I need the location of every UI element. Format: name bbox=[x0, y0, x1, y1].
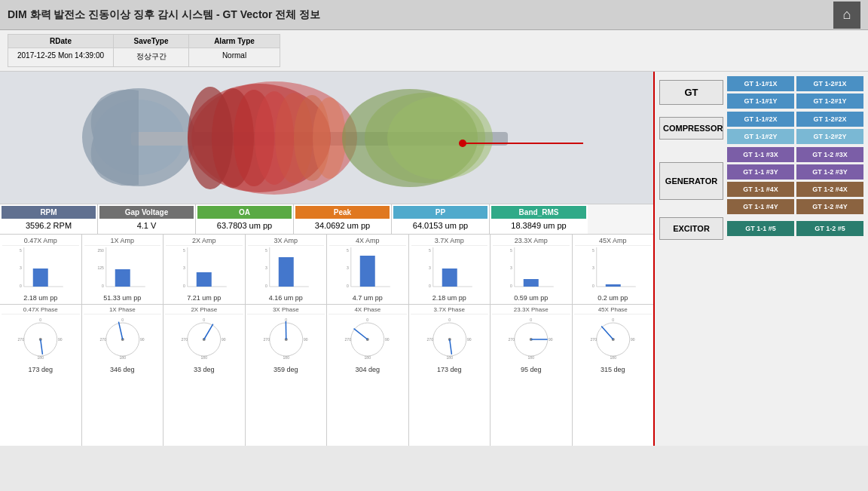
chart-svg-0: 5 3 0 bbox=[2, 247, 79, 293]
svg-text:250: 250 bbox=[97, 248, 104, 253]
svg-text:0: 0 bbox=[366, 318, 368, 322]
svg-rect-34 bbox=[197, 272, 212, 287]
svg-text:90: 90 bbox=[303, 337, 307, 342]
svg-rect-64 bbox=[605, 284, 620, 287]
gt-btn-2[interactable]: GT 1-1#1Y bbox=[727, 94, 794, 109]
svg-text:5: 5 bbox=[510, 248, 512, 253]
phase-card-7: 45X Phase 0 90 180 270 315 deg bbox=[573, 305, 654, 446]
chart-card-7: 45X Amp 5 3 0 0.2 um pp bbox=[573, 235, 654, 304]
chart-value-0: 2.18 um pp bbox=[2, 294, 79, 302]
comp-btn-3[interactable]: GT 1-2#2Y bbox=[796, 129, 863, 144]
gen-btn-6[interactable]: GT 1-1 #4Y bbox=[727, 199, 794, 214]
band-value: 18.3849 um pp bbox=[491, 219, 586, 232]
comp-btn-2[interactable]: GT 1-1#2Y bbox=[727, 129, 794, 144]
savetype-label: SaveType bbox=[114, 35, 188, 48]
metric-oa: OA 63.7803 um pp bbox=[196, 204, 294, 234]
chart-value-5: 2.18 um pp bbox=[411, 294, 488, 302]
phase-title-4: 4X Phase bbox=[329, 306, 407, 315]
home-button[interactable]: ⌂ bbox=[833, 2, 860, 29]
svg-text:5: 5 bbox=[264, 248, 267, 253]
svg-line-85 bbox=[204, 324, 213, 339]
peak-label: Peak bbox=[295, 206, 390, 219]
gen-btn-3[interactable]: GT 1-2 #3Y bbox=[796, 164, 863, 180]
gt-row: GT GT 1-1#1X GT 1-2#1X GT 1-1#1Y GT 1-2#… bbox=[659, 76, 863, 109]
gen-btn-7[interactable]: GT 1-2 #4Y bbox=[796, 199, 863, 214]
chart-title-1: 1X Amp bbox=[84, 237, 161, 246]
svg-text:0: 0 bbox=[101, 284, 103, 288]
exc-btn-0[interactable]: GT 1-1 #5 bbox=[727, 221, 794, 236]
svg-rect-22 bbox=[33, 269, 48, 287]
gt-btn-1[interactable]: GT 1-2#1X bbox=[796, 76, 863, 91]
rdate-value: 2017-12-25 Mon 14:39:00 bbox=[8, 48, 113, 63]
phase-svg-5: 0 90 180 270 bbox=[411, 315, 489, 364]
chart-value-3: 4.16 um pp bbox=[248, 294, 325, 302]
gen-btn-0[interactable]: GT 1-1 #3X bbox=[727, 147, 794, 162]
exc-btn-1[interactable]: GT 1-2 #5 bbox=[796, 221, 863, 236]
svg-line-120 bbox=[601, 326, 613, 339]
svg-text:0: 0 bbox=[448, 318, 451, 322]
chart-svg-1: 250 125 0 bbox=[84, 247, 161, 293]
alarm-label: Alarm Type bbox=[189, 35, 280, 48]
oa-value: 63.7803 um pp bbox=[197, 219, 292, 232]
gt-btn-0[interactable]: GT 1-1#1X bbox=[727, 76, 794, 91]
comp-btn-0[interactable]: GT 1-1#2X bbox=[727, 112, 794, 127]
svg-rect-28 bbox=[115, 269, 130, 287]
gen-btn-4[interactable]: GT 1-1 #4X bbox=[727, 182, 794, 197]
svg-text:90: 90 bbox=[466, 337, 471, 342]
svg-text:270: 270 bbox=[590, 337, 597, 342]
chart-svg-7: 5 3 0 bbox=[575, 247, 652, 293]
band-label: Band_RMS bbox=[491, 206, 586, 219]
gap-value: 4.1 V bbox=[99, 219, 194, 232]
svg-text:0: 0 bbox=[530, 318, 532, 322]
svg-text:180: 180 bbox=[38, 355, 44, 360]
svg-text:0: 0 bbox=[428, 284, 430, 288]
svg-text:0: 0 bbox=[20, 284, 22, 288]
svg-text:3: 3 bbox=[347, 265, 349, 270]
peak-value: 34.0692 um pp bbox=[295, 219, 390, 232]
chart-card-2: 2X Amp 5 3 0 7.21 um pp bbox=[164, 235, 246, 304]
svg-line-78 bbox=[118, 322, 122, 339]
svg-text:90: 90 bbox=[222, 337, 226, 342]
phase-value-3: 359 deg bbox=[247, 366, 326, 373]
chart-card-1: 1X Amp 250 125 0 51.33 um pp bbox=[82, 235, 164, 304]
phase-svg-7: 0 90 180 270 bbox=[574, 315, 653, 364]
phase-card-4: 4X Phase 0 90 180 270 304 deg bbox=[327, 305, 409, 446]
gen-btn-1[interactable]: GT 1-2 #3X bbox=[796, 147, 863, 162]
header: DIM 화력 발전소 진동이상 징후 감시 시스템 - GT Vector 전체… bbox=[0, 0, 868, 30]
svg-text:90: 90 bbox=[630, 337, 634, 342]
chart-svg-4: 5 3 0 bbox=[329, 247, 406, 293]
excitor-buttons: GT 1-1 #5 GT 1-2 #5 bbox=[727, 221, 863, 236]
svg-text:0: 0 bbox=[510, 284, 512, 288]
rpm-value: 3596.2 RPM bbox=[2, 219, 96, 232]
svg-text:0: 0 bbox=[203, 318, 205, 322]
svg-text:3: 3 bbox=[510, 265, 512, 270]
chart-title-5: 3.7X Amp bbox=[411, 237, 488, 246]
metric-peak: Peak 34.0692 um pp bbox=[294, 204, 392, 234]
svg-text:5: 5 bbox=[20, 248, 22, 253]
gt-buttons: GT 1-1#1X GT 1-2#1X GT 1-1#1Y GT 1-2#1Y bbox=[727, 76, 863, 109]
generator-buttons: GT 1-1 #3X GT 1-2 #3X GT 1-1 #3Y GT 1-2 … bbox=[727, 147, 863, 214]
phase-value-7: 315 deg bbox=[574, 366, 653, 373]
svg-text:90: 90 bbox=[549, 337, 553, 342]
chart-title-6: 23.3X Amp bbox=[493, 237, 570, 246]
gen-btn-5[interactable]: GT 1-2 #4X bbox=[796, 182, 863, 197]
comp-btn-1[interactable]: GT 1-2#2X bbox=[796, 112, 863, 127]
svg-text:270: 270 bbox=[426, 337, 433, 342]
svg-text:180: 180 bbox=[446, 355, 453, 360]
phase-title-5: 3.7X Phase bbox=[411, 306, 489, 315]
compressor-buttons: GT 1-1#2X GT 1-2#2X GT 1-1#2Y GT 1-2#2Y bbox=[727, 112, 863, 144]
phase-card-0: 0.47X Phase 0 90 180 270 173 deg bbox=[0, 305, 82, 446]
gen-btn-2[interactable]: GT 1-1 #3Y bbox=[727, 164, 794, 180]
svg-text:180: 180 bbox=[528, 355, 535, 360]
excitor-label: EXCITOR bbox=[659, 217, 723, 240]
turbine-display bbox=[0, 72, 653, 204]
metric-gap: Gap Voltage 4.1 V bbox=[98, 204, 196, 234]
chart-title-7: 45X Amp bbox=[575, 237, 652, 246]
phase-card-6: 23.3X Phase 0 90 180 270 95 deg bbox=[491, 305, 573, 446]
page-title: DIM 화력 발전소 진동이상 징후 감시 시스템 - GT Vector 전체… bbox=[8, 8, 320, 22]
phase-svg-3: 0 90 180 270 bbox=[247, 315, 326, 364]
metrics-row: RPM 3596.2 RPM Gap Voltage 4.1 V OA 63.7… bbox=[0, 204, 653, 234]
phase-value-1: 346 deg bbox=[84, 366, 162, 373]
phase-value-5: 173 deg bbox=[411, 366, 489, 373]
gt-btn-3[interactable]: GT 1-2#1Y bbox=[796, 94, 863, 109]
